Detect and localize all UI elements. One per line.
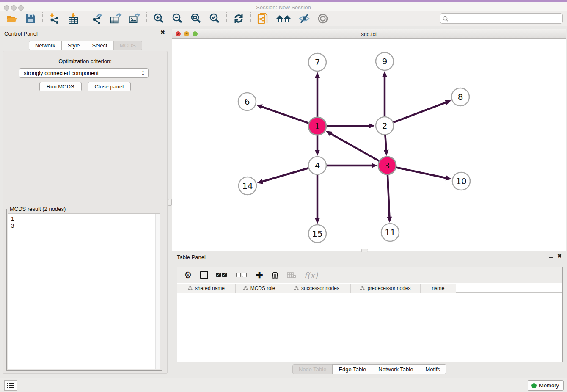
table-panel-float-icon[interactable] [549, 254, 553, 258]
column-header-MCDS-role[interactable]: MCDS role [236, 284, 283, 293]
tab-network[interactable]: Network [29, 41, 62, 50]
export-network-icon[interactable] [91, 13, 103, 25]
show-columns-icon[interactable] [200, 271, 208, 279]
memory-button[interactable]: Memory [528, 380, 564, 391]
column-header-name[interactable]: name [421, 284, 456, 293]
graph-edge-3-10[interactable] [395, 167, 447, 178]
graph-node-label-9: 9 [382, 56, 388, 66]
session-title: Session: New Session [0, 4, 567, 11]
control-panel-tabs: NetworkStyleSelectMCDS [0, 41, 171, 50]
table-toolbar: ⚙ ✓✓ ✚ f(x) [177, 267, 562, 283]
network-window-titlebar[interactable]: x – + scc.txt [172, 29, 566, 39]
network-canvas[interactable]: 7968124314101511 [172, 39, 566, 251]
node-table: ⚙ ✓✓ ✚ f(x) shared nameMCDS rolesuccesso… [177, 267, 563, 362]
result-item: 1 [11, 215, 157, 222]
result-scrollbar[interactable] [155, 214, 160, 369]
import-table-icon[interactable] [67, 13, 79, 25]
zoom-fit-icon[interactable] [190, 13, 202, 25]
control-panel-float-icon[interactable] [152, 30, 156, 34]
graph-node-label-14: 14 [242, 181, 253, 191]
table-column-header: shared nameMCDS rolesuccessor nodesprede… [177, 284, 562, 293]
tab-network-table[interactable]: Network Table [372, 364, 419, 374]
open-session-icon[interactable] [6, 13, 18, 25]
save-session-icon[interactable] [25, 13, 36, 25]
hierarchy-icon [243, 286, 248, 290]
graph-edge-3-1[interactable] [330, 133, 381, 162]
hide-selected-icon[interactable] [298, 13, 310, 25]
graph-edge-4-14[interactable] [261, 168, 310, 182]
horizontal-splitter-handle[interactable] [361, 249, 368, 252]
close-panel-button[interactable]: Close panel [88, 82, 131, 91]
graph-edge-3-11[interactable] [388, 173, 390, 218]
first-neighbors-icon[interactable] [275, 13, 292, 25]
hierarchy-icon [294, 286, 299, 290]
graph-node-label-10: 10 [456, 176, 466, 186]
delete-column-icon[interactable] [271, 271, 279, 279]
export-table-icon[interactable] [110, 13, 122, 25]
show-all-icon[interactable] [317, 13, 329, 25]
tab-motifs[interactable]: Motifs [419, 364, 446, 374]
zoom-out-icon[interactable] [171, 13, 183, 25]
search-box[interactable] [440, 13, 563, 24]
graph-node-label-6: 6 [245, 97, 250, 107]
export-image-icon[interactable] [129, 13, 140, 25]
control-panel: Control Panel ✖ NetworkStyleSelectMCDS O… [0, 26, 171, 378]
tab-node-table[interactable]: Node Table [292, 364, 333, 374]
result-item: 3 [11, 222, 157, 229]
search-icon [440, 15, 451, 22]
apply-layout-icon[interactable] [233, 13, 245, 25]
memory-status-icon [531, 383, 537, 388]
import-network-icon[interactable] [49, 13, 61, 25]
graph-arrowhead-1-7 [315, 72, 320, 78]
graph-arrowhead-3-11 [387, 217, 392, 223]
hierarchy-icon [188, 286, 193, 290]
zoom-selected-icon[interactable] [209, 13, 220, 25]
table-panel: Table Panel ✖ ⚙ ✓✓ ✚ f(x) shared nameMCD… [172, 253, 567, 378]
tab-style[interactable]: Style [61, 41, 86, 50]
graph-node-label-7: 7 [315, 57, 320, 67]
graph-node-label-3: 3 [385, 160, 390, 171]
graph-node-label-15: 15 [312, 229, 322, 239]
graph-node-label-2: 2 [382, 121, 388, 131]
optimization-criterion-label: Optimization criterion: [3, 58, 167, 64]
graph-arrowhead-2-9 [382, 71, 387, 77]
tab-select[interactable]: Select [86, 41, 114, 50]
graph-arrowhead-3-10 [446, 175, 452, 180]
graph-node-label-1: 1 [315, 121, 320, 131]
graph-edge-2-8[interactable] [392, 102, 447, 123]
vertical-splitter-handle[interactable] [168, 199, 172, 206]
table-panel-close-icon[interactable]: ✖ [557, 254, 562, 258]
zoom-in-icon[interactable] [153, 13, 165, 25]
graph-edge-2-3[interactable] [385, 133, 386, 151]
graph-arrowhead-1-4 [315, 150, 320, 156]
network-view-window: x – + scc.txt 7968124314101511 [172, 29, 566, 251]
network-window-title: scc.txt [172, 31, 566, 37]
task-history-button[interactable] [4, 380, 17, 391]
column-header-predecessor-nodes[interactable]: predecessor nodes [351, 284, 421, 293]
graph-node-label-11: 11 [385, 227, 395, 237]
select-all-columns-icon[interactable]: ✓✓ [216, 273, 228, 277]
tab-edge-table[interactable]: Edge Table [332, 364, 372, 374]
hierarchy-icon [360, 286, 365, 290]
mcds-panel: Optimization criterion: strongly connect… [3, 51, 168, 374]
graph-edge-1-2[interactable] [325, 126, 370, 126]
column-header-successor-nodes[interactable]: successor nodes [283, 284, 351, 293]
graph-arrowhead-4-3 [372, 163, 377, 168]
graph-node-label-8: 8 [458, 92, 463, 102]
create-column-icon[interactable]: ✚ [256, 270, 263, 280]
control-panel-close-icon[interactable]: ✖ [160, 30, 165, 35]
criterion-select[interactable]: strongly connected component ▲▼ [19, 68, 149, 78]
duplicate-network-icon[interactable] [257, 13, 269, 25]
mcds-result-title: MCDS result (2 nodes) [8, 206, 67, 212]
mcds-result-area[interactable]: 13 [8, 213, 160, 369]
run-mcds-button[interactable]: Run MCDS [39, 82, 82, 91]
column-header-shared-name[interactable]: shared name [177, 284, 236, 293]
table-panel-title: Table Panel [177, 254, 206, 260]
graph-arrowhead-2-8 [445, 100, 451, 105]
select-stepper-icon: ▲▼ [141, 70, 145, 77]
tab-mcds[interactable]: MCDS [113, 41, 142, 50]
deselect-all-columns-icon[interactable] [236, 273, 248, 277]
table-settings-gear-icon[interactable]: ⚙ [184, 270, 192, 280]
graph-edge-1-6[interactable] [261, 106, 310, 124]
search-input[interactable] [451, 14, 562, 23]
